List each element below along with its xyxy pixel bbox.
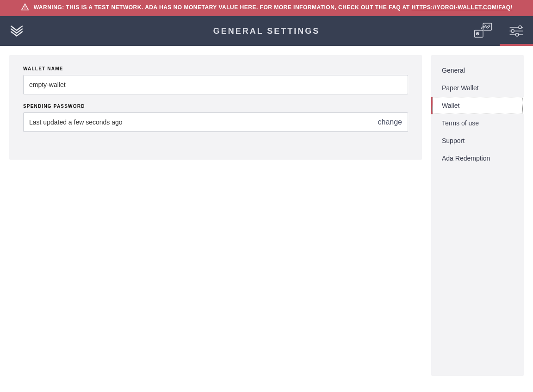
svg-point-6 — [519, 26, 521, 29]
wallets-icon — [473, 22, 493, 40]
spending-password-status: Last updated a few seconds ago — [29, 118, 378, 126]
settings-sidebar: General Paper Wallet Wallet Terms of use… — [431, 55, 524, 376]
test-network-warning: WARNING: THIS IS A TEST NETWORK. ADA HAS… — [0, 0, 533, 16]
change-password-button[interactable]: change — [378, 118, 403, 126]
sidebar-item-ada-redemption[interactable]: Ada Redemption — [431, 149, 524, 167]
page-title: GENERAL SETTINGS — [0, 16, 533, 46]
warning-prefix: WARNING: — [34, 4, 64, 11]
warning-faq-link[interactable]: HTTPS://YOROI-WALLET.COM/FAQ/ — [412, 4, 513, 11]
yoroi-logo-icon — [10, 24, 24, 38]
settings-panel: WALLET NAME SPENDING PASSWORD Last updat… — [9, 55, 422, 160]
sidebar-item-support[interactable]: Support — [431, 132, 524, 149]
wallet-name-field: WALLET NAME — [23, 66, 408, 94]
sidebar-item-wallet[interactable]: Wallet — [431, 97, 524, 114]
topbar: GENERAL SETTINGS — [0, 16, 533, 46]
settings-nav-button[interactable] — [500, 16, 533, 46]
wallets-nav-button[interactable] — [466, 16, 500, 46]
spending-password-label: SPENDING PASSWORD — [23, 104, 408, 109]
wallet-name-input[interactable] — [23, 75, 408, 94]
svg-point-10 — [515, 33, 518, 36]
svg-point-1 — [25, 8, 25, 9]
brand-logo[interactable] — [0, 16, 33, 46]
spending-password-field: SPENDING PASSWORD Last updated a few sec… — [23, 104, 408, 132]
settings-sliders-icon — [509, 25, 524, 37]
svg-point-8 — [511, 30, 514, 32]
warning-text: THIS IS A TEST NETWORK. ADA HAS NO MONET… — [64, 4, 412, 11]
warning-icon — [21, 3, 29, 13]
sidebar-item-general[interactable]: General — [431, 62, 524, 79]
sidebar-item-paper-wallet[interactable]: Paper Wallet — [431, 79, 524, 97]
sidebar-item-terms-of-use[interactable]: Terms of use — [431, 114, 524, 132]
wallet-name-label: WALLET NAME — [23, 66, 408, 71]
